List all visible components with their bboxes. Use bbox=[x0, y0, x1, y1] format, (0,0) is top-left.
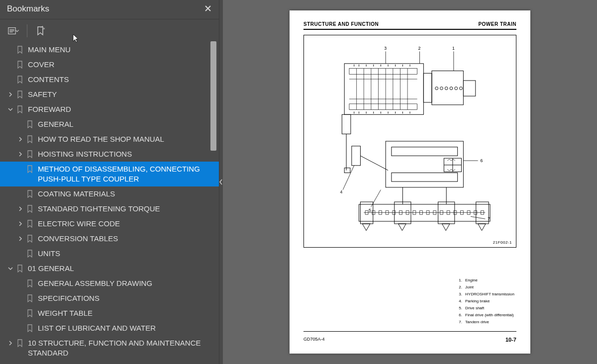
bookmark-icon bbox=[16, 75, 24, 85]
chevron-right-icon[interactable] bbox=[17, 149, 24, 159]
svg-text:4: 4 bbox=[340, 189, 342, 194]
bookmark-item[interactable]: HOW TO READ THE SHOP MANUAL bbox=[0, 132, 219, 147]
bookmark-label: GENERAL ASSEMBLY DRAWING bbox=[38, 278, 210, 288]
bookmark-icon bbox=[26, 293, 34, 303]
svg-line-16 bbox=[471, 216, 485, 219]
bookmark-icon bbox=[26, 164, 34, 174]
bookmark-icon bbox=[16, 45, 24, 55]
svg-text:5: 5 bbox=[369, 208, 371, 213]
bookmark-label: HOISTING INSTRUCTIONS bbox=[38, 149, 210, 159]
svg-point-21 bbox=[440, 87, 443, 90]
bookmark-item[interactable]: LIST OF LUBRICANT AND WATER bbox=[0, 321, 219, 336]
diagram-reference: 21F002-1 bbox=[493, 240, 512, 245]
bookmarks-sidebar: Bookmarks MAIN MENUCOVERCONTENTSSA bbox=[0, 0, 219, 364]
options-menu-button[interactable] bbox=[8, 25, 20, 37]
bookmark-item[interactable]: SPECIFICATIONS bbox=[0, 291, 219, 306]
legend-row: 7.Tandem drive bbox=[459, 319, 514, 325]
sidebar-header: Bookmarks bbox=[0, 0, 219, 19]
bookmark-item[interactable]: UNITS bbox=[0, 246, 219, 261]
svg-line-43 bbox=[360, 156, 388, 170]
bookmark-icon bbox=[26, 278, 34, 288]
chevron-right-icon[interactable] bbox=[17, 134, 24, 144]
chevron-right-icon[interactable] bbox=[17, 204, 24, 214]
svg-point-23 bbox=[450, 87, 453, 90]
svg-point-22 bbox=[445, 87, 448, 90]
sidebar-scroll-thumb[interactable] bbox=[210, 41, 216, 151]
bookmark-label: 10 STRUCTURE, FUNCTION AND MAINTENANCE S… bbox=[28, 338, 210, 358]
chevron-right-icon[interactable] bbox=[7, 90, 14, 99]
bookmark-label: UNITS bbox=[38, 249, 210, 259]
legend-number: 5. bbox=[459, 305, 464, 311]
bookmark-label: MAIN MENU bbox=[28, 45, 210, 55]
bookmark-label: GENERAL bbox=[38, 119, 210, 129]
page-footer: GD705A-4 10-7 bbox=[303, 337, 516, 343]
bookmark-label: HOW TO READ THE SHOP MANUAL bbox=[38, 134, 210, 144]
page-footer-rule bbox=[303, 331, 516, 332]
bookmark-item[interactable]: CONTENTS bbox=[0, 72, 219, 87]
bookmark-item[interactable]: SAFETY bbox=[0, 87, 219, 102]
legend-text: HYDROSHIFT transmission bbox=[465, 291, 514, 297]
panel-divider[interactable] bbox=[219, 0, 223, 364]
legend-number: 4. bbox=[459, 298, 464, 304]
bookmark-item[interactable]: METHOD OF DISASSEMBLING, CONNECTING PUSH… bbox=[0, 162, 219, 186]
svg-text:7: 7 bbox=[488, 216, 490, 221]
bookmark-icon bbox=[16, 264, 24, 273]
bookmark-item[interactable]: GENERAL ASSEMBLY DRAWING bbox=[0, 276, 219, 291]
bookmark-icon bbox=[26, 189, 34, 199]
chevron-right-icon[interactable] bbox=[17, 234, 24, 244]
bookmark-icon bbox=[16, 338, 24, 348]
bookmark-item[interactable]: ELECTRIC WIRE CODE bbox=[0, 216, 219, 231]
legend-number: 6. bbox=[459, 312, 464, 318]
bookmark-label: FOREWARD bbox=[28, 104, 210, 114]
bookmark-label: STANDARD TIGHTENING TORQUE bbox=[38, 204, 210, 214]
chevron-down-icon[interactable] bbox=[7, 264, 14, 273]
legend-text: Parking brake bbox=[465, 298, 514, 304]
chevron-right-icon[interactable] bbox=[7, 338, 14, 348]
svg-point-25 bbox=[460, 87, 463, 90]
svg-rect-27 bbox=[344, 64, 423, 115]
chevron-down-icon[interactable] bbox=[7, 104, 14, 114]
bookmark-item[interactable]: FOREWARD bbox=[0, 102, 219, 117]
collapse-handle-icon[interactable] bbox=[219, 172, 223, 192]
close-icon[interactable] bbox=[204, 4, 212, 14]
svg-text:2: 2 bbox=[418, 46, 421, 51]
bookmark-item[interactable]: 10 STRUCTURE, FUNCTION AND MAINTENANCE S… bbox=[0, 336, 219, 361]
bookmark-item[interactable]: MAIN MENU bbox=[0, 42, 219, 57]
svg-rect-56 bbox=[395, 202, 411, 224]
legend-text: Drive shaft bbox=[465, 305, 514, 311]
bookmark-label: METHOD OF DISASSEMBLING, CONNECTING PUSH… bbox=[38, 164, 210, 184]
diagram-legend: 1.Engine2.Joint3.HYDROSHIFT transmission… bbox=[458, 276, 515, 326]
sidebar-scrollbar[interactable] bbox=[210, 41, 216, 364]
svg-rect-53 bbox=[359, 204, 491, 221]
bookmark-item[interactable]: HOISTING INSTRUCTIONS bbox=[0, 147, 219, 162]
bookmark-item[interactable]: 01 GENERAL bbox=[0, 261, 219, 276]
svg-point-20 bbox=[435, 87, 438, 90]
svg-text:1: 1 bbox=[452, 46, 455, 51]
document-viewport[interactable]: STRUCTURE AND FUNCTION POWER TRAIN 3 2 1… bbox=[223, 0, 597, 364]
svg-rect-46 bbox=[392, 147, 458, 156]
bookmark-item[interactable]: COVER bbox=[0, 57, 219, 72]
chevron-right-icon[interactable] bbox=[17, 219, 24, 229]
bookmark-label: CONVERSION TABLES bbox=[38, 234, 210, 244]
bookmark-item[interactable]: WEIGHT TABLE bbox=[0, 306, 219, 321]
legend-number: 7. bbox=[459, 319, 464, 325]
add-bookmark-button[interactable] bbox=[34, 25, 46, 37]
svg-rect-55 bbox=[360, 202, 373, 224]
bookmark-icon bbox=[16, 60, 24, 70]
sidebar-toolbar bbox=[0, 19, 219, 41]
bookmark-label: COATING MATERIALS bbox=[38, 189, 210, 199]
svg-rect-57 bbox=[438, 202, 455, 224]
bookmark-label: COVER bbox=[28, 60, 210, 70]
legend-row: 5.Drive shaft bbox=[459, 305, 514, 311]
legend-text: Engine bbox=[465, 277, 514, 283]
svg-rect-29 bbox=[349, 104, 417, 110]
bookmark-icon bbox=[16, 90, 24, 99]
bookmark-item[interactable]: COATING MATERIALS bbox=[0, 186, 219, 201]
svg-rect-40 bbox=[342, 114, 351, 134]
bookmark-item[interactable]: GENERAL bbox=[0, 117, 219, 132]
pdf-page: STRUCTURE AND FUNCTION POWER TRAIN 3 2 1… bbox=[290, 10, 530, 354]
bookmark-item[interactable]: CONVERSION TABLES bbox=[0, 231, 219, 246]
bookmark-item[interactable]: STANDARD TIGHTENING TORQUE bbox=[0, 201, 219, 216]
legend-text: Joint bbox=[465, 284, 514, 290]
bookmark-label: CONTENTS bbox=[28, 75, 210, 85]
